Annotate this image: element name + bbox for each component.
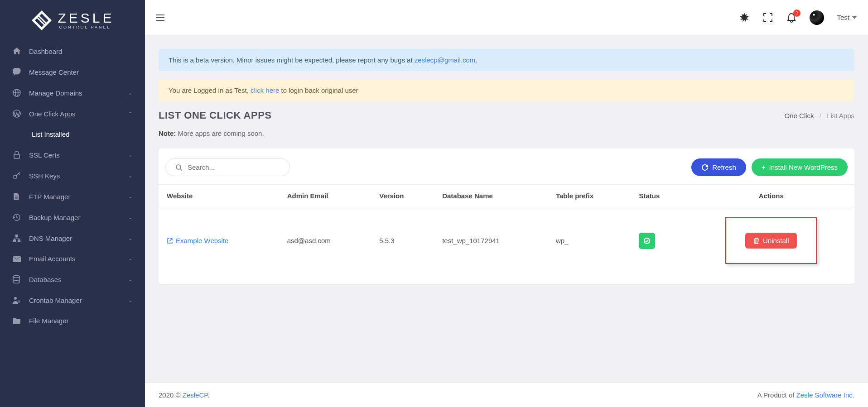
login-back-link[interactable]: click here <box>251 86 279 94</box>
svg-rect-8 <box>14 154 19 158</box>
sidebar-item-crontab-manager[interactable]: Crontab Manager ⌄ <box>0 290 145 311</box>
check-circle-icon <box>643 237 651 244</box>
sidebar-item-label: Manage Domains <box>29 89 128 97</box>
breadcrumb: One Click / List Apps <box>785 112 854 120</box>
apps-card: Refresh + Install New WordPress WebsiteA… <box>159 148 854 284</box>
beta-alert: This is a beta version. Minor issues mig… <box>159 49 854 71</box>
footer-brand-link[interactable]: ZesleCP <box>183 391 208 399</box>
bell-icon[interactable]: ? <box>786 12 797 23</box>
sidebar-item-label: Dashboard <box>29 48 132 55</box>
file-icon <box>13 192 22 201</box>
login-as-alert: You are Logged in as Test, click here to… <box>159 79 854 101</box>
external-link-icon <box>167 238 173 244</box>
sidebar-item-databases[interactable]: Databases ⌄ <box>0 269 145 290</box>
sidebar-item-message-center[interactable]: Message Center <box>0 62 145 82</box>
svg-point-22 <box>18 301 20 302</box>
brand-name: ZESLE <box>58 11 114 25</box>
wordpress-icon <box>13 110 22 118</box>
note-text: More apps are coming soon. <box>176 129 264 137</box>
chevron-down-icon <box>852 16 857 19</box>
topbar: ? Test <box>145 0 868 35</box>
sidebar-item-label: SSH Keys <box>29 172 128 180</box>
sidebar-subitem-label: List Installed <box>32 130 132 138</box>
dashboard-icon <box>13 47 22 55</box>
network-icon <box>13 234 22 242</box>
alert-text-end: . <box>475 56 477 64</box>
folder-icon <box>13 317 22 324</box>
uninstall-button[interactable]: Uninstall <box>745 233 797 249</box>
beta-email-link[interactable]: zeslecp@gmail.com <box>415 56 475 64</box>
refresh-button[interactable]: Refresh <box>691 158 746 176</box>
sidebar-item-label: Message Center <box>29 68 132 76</box>
alert-text: You are Logged in as Test, <box>169 86 251 94</box>
page-note: Note: More apps are coming soon. <box>159 129 854 137</box>
column-header: Status <box>631 185 688 207</box>
svg-rect-19 <box>13 256 21 262</box>
chevron-down-icon: ⌄ <box>128 194 132 200</box>
install-wordpress-button[interactable]: + Install New WordPress <box>752 158 848 176</box>
version-cell: 5.5.3 <box>371 207 434 274</box>
column-header: Database Name <box>434 185 548 207</box>
column-header: Admin Email <box>279 185 371 207</box>
breadcrumb-current: List Apps <box>827 112 854 120</box>
sidebar-item-ssl-certs[interactable]: SSL Certs ⌄ <box>0 144 145 165</box>
page-title: LIST ONE CLICK APPS <box>159 110 271 121</box>
svg-rect-12 <box>15 235 18 237</box>
fullscreen-icon[interactable] <box>762 12 773 23</box>
message-icon <box>13 68 22 76</box>
chevron-down-icon: ⌄ <box>128 277 132 283</box>
dbname-cell: test_wp_10172941 <box>434 207 548 274</box>
chevron-down-icon: ⌄ <box>128 215 132 220</box>
footer: 2020 © ZesleCP. A Product of Zesle Softw… <box>145 383 868 407</box>
lock-icon <box>13 151 22 159</box>
chevron-down-icon: ⌄ <box>128 256 132 262</box>
footer-company-link[interactable]: Zesle Software Inc. <box>796 391 854 399</box>
leaf-icon[interactable] <box>739 12 750 23</box>
column-header: Website <box>159 185 279 207</box>
alert-text: This is a beta version. Minor issues mig… <box>169 56 415 64</box>
sidebar-item-label: File Manager <box>29 317 132 325</box>
trash-icon <box>753 238 759 244</box>
search-box[interactable] <box>165 158 290 176</box>
footer-dot: . <box>207 391 209 399</box>
sidebar-item-dashboard[interactable]: Dashboard <box>0 41 145 62</box>
actions-cell: Uninstall <box>688 207 854 274</box>
user-menu[interactable]: Test <box>837 14 857 21</box>
admin-email-cell: asd@asd.com <box>279 207 371 274</box>
prefix-cell: wp_ <box>548 207 631 274</box>
history-icon <box>13 213 22 221</box>
sidebar-subitem-list-installed[interactable]: List Installed <box>0 124 145 144</box>
sidebar-item-ssh-keys[interactable]: SSH Keys ⌄ <box>0 165 145 186</box>
refresh-label: Refresh <box>712 163 736 171</box>
chevron-down-icon: ⌄ <box>128 235 132 241</box>
notification-badge: ? <box>793 10 800 17</box>
sidebar-item-backup-manager[interactable]: Backup Manager ⌄ <box>0 207 145 228</box>
chevron-down-icon: ⌄ <box>128 173 132 179</box>
sidebar-item-email-accounts[interactable]: Email Accounts ⌄ <box>0 249 145 269</box>
chevron-up-icon: ⌃ <box>128 111 132 117</box>
breadcrumb-separator: / <box>820 112 821 120</box>
brand-logo[interactable]: ZESLE CONTROL PANEL <box>0 0 145 41</box>
avatar[interactable] <box>810 10 824 25</box>
search-input[interactable] <box>188 163 280 171</box>
table-row: Example Website asd@asd.com 5.5.3 test_w… <box>159 207 854 274</box>
chevron-down-icon: ⌄ <box>128 297 132 303</box>
main-nav: Dashboard Message Center Manage Domains … <box>0 41 145 331</box>
sidebar-item-dns-manager[interactable]: DNS Manager ⌄ <box>0 228 145 249</box>
sidebar-item-one-click-apps[interactable]: One Click Apps ⌃ <box>0 103 145 124</box>
website-link[interactable]: Example Website <box>167 237 228 244</box>
menu-toggle-icon[interactable] <box>156 14 164 21</box>
svg-point-21 <box>14 297 17 300</box>
sidebar-item-ftp-manager[interactable]: FTP Manager ⌄ <box>0 186 145 207</box>
sidebar-item-manage-domains[interactable]: Manage Domains ⌄ <box>0 82 145 103</box>
breadcrumb-root[interactable]: One Click <box>785 112 814 120</box>
column-header: Table prefix <box>548 185 631 207</box>
alert-text-end: to login back original user <box>279 86 358 94</box>
sidebar-item-label: Email Accounts <box>29 255 128 263</box>
uninstall-label: Uninstall <box>763 237 789 244</box>
chevron-down-icon: ⌄ <box>128 152 132 158</box>
sidebar-item-label: Crontab Manager <box>29 297 128 304</box>
sidebar-item-file-manager[interactable]: File Manager <box>0 311 145 331</box>
highlight-box: Uninstall <box>725 217 817 264</box>
sidebar-item-label: Databases <box>29 276 128 283</box>
